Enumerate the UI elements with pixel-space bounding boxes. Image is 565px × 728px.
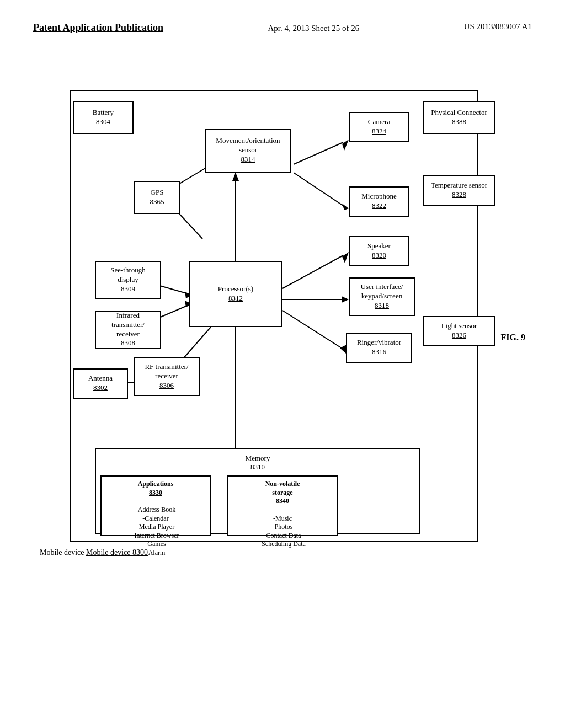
see-num: 8309	[110, 285, 146, 294]
ui-box: User interface/keypad/screen8318	[349, 277, 415, 316]
camera-box: Camera8324	[349, 112, 409, 142]
light-num: 8326	[441, 331, 477, 340]
gps-box: GPS8365	[134, 181, 180, 214]
light-sensor-box: Light sensor 8326	[423, 316, 495, 346]
movement-num: 8314	[216, 155, 280, 164]
gps-num: 8365	[150, 197, 164, 207]
processor-box: Processor(s) 8312	[189, 261, 282, 327]
nonvolatile-num: 8340	[259, 497, 306, 506]
battery-num: 8304	[93, 117, 114, 127]
ringer-num: 8316	[357, 347, 401, 357]
camera-num: 8324	[368, 127, 390, 136]
date-label: Apr. 4, 2013	[268, 24, 309, 33]
microphone-box: Microphone8322	[349, 186, 409, 217]
temperature-box: Temperature sensor 8328	[423, 175, 495, 206]
fig-label: FIG. 9	[501, 333, 525, 531]
physical-num: 8388	[431, 117, 487, 127]
speaker-num: 8320	[367, 251, 391, 260]
see-through-box: See-throughdisplay 8309	[95, 261, 161, 299]
physical-connector-box: Physical Connector8388	[423, 101, 495, 134]
processor-num: 8312	[218, 294, 253, 303]
page: Patent Application Publication Apr. 4, 2…	[0, 0, 565, 728]
microphone-num: 8322	[361, 201, 397, 211]
ui-num: 8318	[361, 301, 403, 311]
app-num: 8330	[132, 489, 179, 497]
sheet-label: Sheet 25 of 26	[311, 24, 359, 33]
patent-publication-label: Patent Application Publication	[33, 22, 163, 34]
speaker-box: Speaker8320	[349, 236, 409, 266]
battery-box: Battery 8304	[73, 101, 134, 134]
ringer-box: Ringer/vibrator8316	[346, 333, 412, 363]
movement-box: Movement/orientationsensor 8314	[205, 129, 291, 173]
antenna-box: Antenna 8302	[73, 368, 128, 399]
antenna-num: 8302	[88, 383, 113, 393]
diagram-area: Battery 8304 GPS8365 Movement/orientatio…	[40, 46, 525, 652]
memory-num: 8310	[100, 463, 415, 472]
applications-box: Applications8330 -Address Book -Calendar…	[100, 475, 211, 536]
mobile-device-label: Mobile device Mobile device 8300	[40, 548, 148, 558]
infrared-box: Infraredtransmitter/receiver 8308	[95, 311, 161, 349]
header: Patent Application Publication Apr. 4, 2…	[33, 22, 532, 35]
nonvolatile-box: Non-volatilestorage 8340 -Music -Photos …	[227, 475, 338, 536]
temp-num: 8328	[431, 190, 487, 200]
header-center: Apr. 4, 2013 Sheet 25 of 26	[268, 22, 359, 35]
memory-box: Memory 8310 Applications8330 -Address Bo…	[95, 448, 420, 534]
infrared-num: 8308	[111, 339, 145, 348]
rf-box: RF transmitter/receiver 8306	[134, 357, 200, 396]
rf-num: 8306	[145, 381, 188, 390]
patent-number-label: US 2013/083007 A1	[464, 22, 532, 31]
